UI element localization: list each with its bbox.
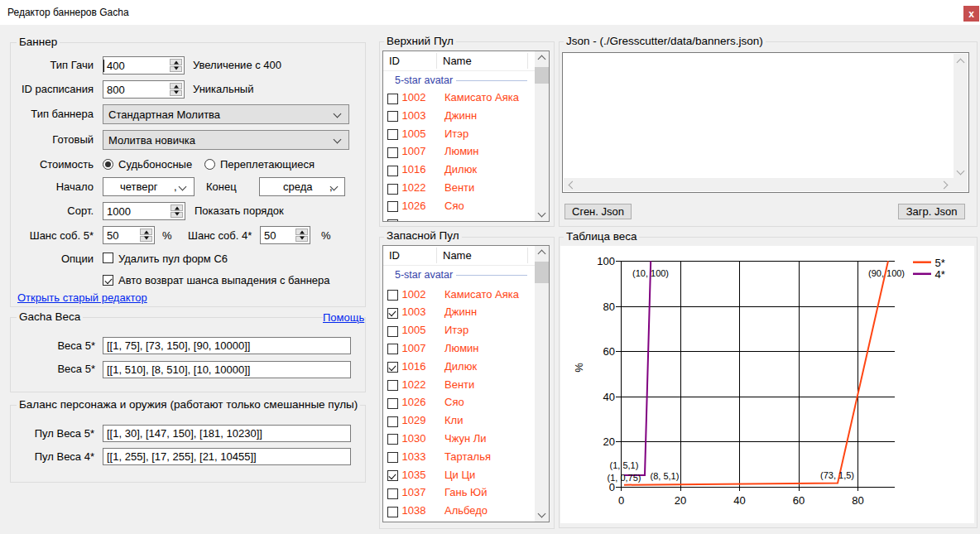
svg-text:4*: 4* [935, 268, 945, 281]
svg-text:60: 60 [603, 345, 615, 358]
svg-text:20: 20 [675, 494, 686, 507]
svg-text:80: 80 [603, 301, 615, 313]
svg-text:0: 0 [618, 494, 624, 507]
svg-text:(1, 0,75): (1, 0,75) [608, 473, 641, 483]
svg-text:40: 40 [733, 494, 745, 507]
svg-text:20: 20 [603, 435, 615, 448]
svg-text:40: 40 [603, 391, 615, 403]
svg-text:(10, 100): (10, 100) [632, 268, 669, 278]
svg-text:(73, 1,5): (73, 1,5) [820, 470, 854, 480]
svg-text:(1, 5,1): (1, 5,1) [610, 460, 639, 470]
svg-text:0: 0 [609, 481, 615, 493]
svg-text:%: % [573, 363, 585, 373]
svg-text:(8, 5,1): (8, 5,1) [651, 471, 680, 481]
svg-text:(90, 100): (90, 100) [868, 268, 905, 278]
svg-text:5*: 5* [935, 257, 945, 269]
svg-text:80: 80 [852, 494, 863, 507]
svg-text:60: 60 [793, 494, 805, 507]
svg-text:100: 100 [597, 255, 615, 267]
